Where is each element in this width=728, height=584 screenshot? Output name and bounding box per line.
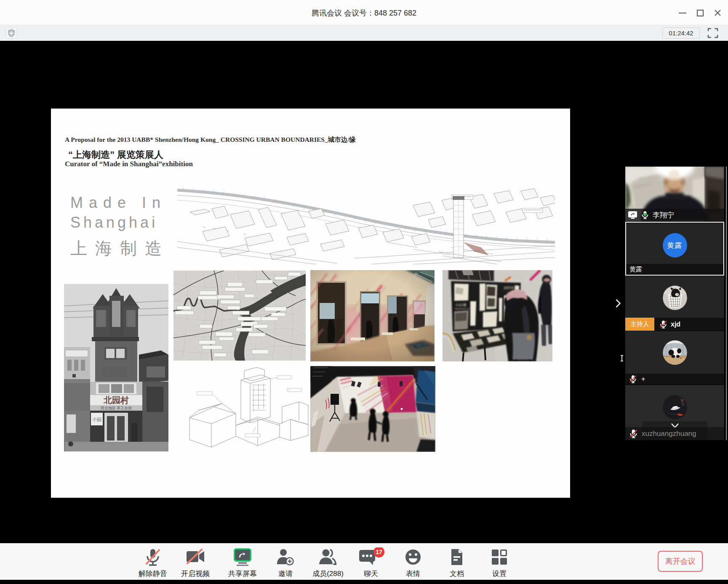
svg-text:记忆与传承: 记忆与传承 [504, 286, 517, 289]
svg-text:"SHANGHAI-CITY": "SHANGHAI-CITY" [454, 308, 472, 310]
svg-text:小园: 小园 [92, 417, 101, 422]
svg-text:小白楼: 小白楼 [455, 303, 467, 307]
svg-text:17: 17 [376, 549, 382, 555]
svg-text:原北地区 手工水饺: 原北地区 手工水饺 [101, 406, 132, 410]
svg-text:北园村: 北园村 [103, 396, 129, 405]
